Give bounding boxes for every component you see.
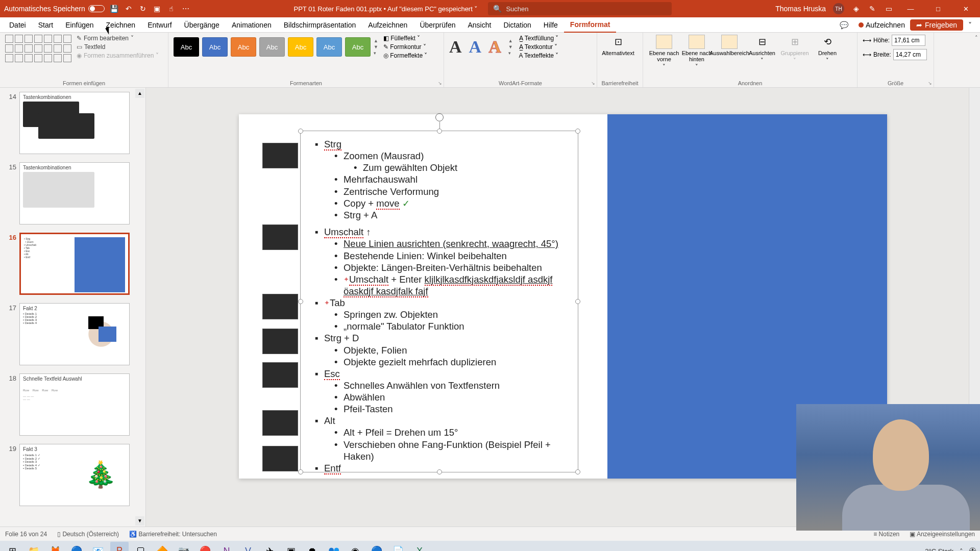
present-icon[interactable]: ▣ (153, 4, 162, 13)
record-button[interactable]: Aufzeichnen (853, 18, 910, 32)
resize-handle[interactable] (437, 129, 442, 134)
share-dropdown[interactable]: ˅ (963, 18, 977, 32)
rotate-handle[interactable] (435, 113, 444, 121)
share-button[interactable]: ➦Freigeben (910, 19, 963, 31)
display-settings-button[interactable]: ▣ Anzeigeeinstellungen (910, 531, 975, 538)
explorer-icon[interactable]: 📁 (24, 542, 43, 551)
language-button[interactable]: ▯ Deutsch (Österreich) (57, 531, 119, 538)
shape-outline-button[interactable]: ✎ Formkontur ˅ (383, 43, 428, 51)
vlc-icon[interactable]: 🔶 (153, 542, 172, 551)
tab-uebergaenge[interactable]: Übergänge (178, 17, 226, 33)
slide-counter[interactable]: Folie 16 von 24 (5, 531, 47, 538)
text-effects-button[interactable]: A Texteffekte ˅ (519, 52, 559, 59)
resize-handle[interactable] (298, 129, 303, 134)
style-orange[interactable]: Abc (231, 37, 256, 57)
style-yellow[interactable]: Abc (288, 37, 313, 57)
alt-text-button[interactable]: ⊡ Alternativtext (602, 35, 634, 56)
rotate-button[interactable]: ⟲Drehen˅ (812, 35, 843, 70)
maximize-button[interactable]: □ (928, 0, 948, 17)
send-backward-button[interactable]: Ebene nach hinten˅ (681, 35, 713, 70)
key-image-ctrl[interactable] (262, 143, 298, 168)
selected-textbox[interactable]: Strg Zoomen (Mausrad) Zum gewählten Obje… (300, 131, 578, 472)
minimize-button[interactable]: — (900, 0, 921, 17)
key-image-shift[interactable] (262, 224, 298, 250)
app-icon[interactable]: ◉ (346, 542, 364, 551)
thumbnail-slide-14[interactable]: 14Tastenkombinationen (0, 90, 145, 160)
document-title[interactable]: PPT 01 Roter Faden 001.pptx • Auf "diese… (294, 5, 478, 13)
shapes-gallery[interactable] (5, 35, 71, 62)
touch-icon[interactable]: ☝︎ (167, 4, 176, 13)
tab-hilfe[interactable]: Hilfe (537, 17, 564, 33)
app-icon[interactable]: 🔴 (196, 542, 214, 551)
user-avatar[interactable]: TH (833, 3, 844, 14)
expand-icon[interactable]: ↘ (928, 81, 932, 86)
tab-aufzeichnen[interactable]: Aufzeichnen (362, 17, 413, 33)
tab-ueberpruefen[interactable]: Überprüfen (413, 17, 461, 33)
app-icon[interactable]: 👥 (325, 542, 343, 551)
redo-icon[interactable]: ↻ (138, 4, 148, 13)
notes-button[interactable]: ≡ Notizen (873, 531, 899, 538)
thumbnail-slide-15[interactable]: 15Tastenkombinationen (0, 160, 145, 231)
save-icon[interactable]: 💾 (110, 4, 119, 13)
telegram-icon[interactable]: ✈ (260, 542, 279, 551)
resize-handle[interactable] (575, 299, 580, 304)
bring-forward-button[interactable]: Ebene nach vorne˅ (648, 35, 680, 70)
thumbnail-slide-18[interactable]: 18Schnelle Textfeld AuswahlRow Row Row R… (0, 371, 145, 442)
tab-entwurf[interactable]: Entwurf (141, 17, 178, 33)
user-name[interactable]: Thomas Hruska (775, 5, 826, 13)
system-tray[interactable]: ☁ 2°C Stark ˄ 🕀 (917, 547, 976, 552)
key-image-entf[interactable] (262, 446, 298, 471)
autosave-toggle[interactable]: Automatisches Speichern (4, 5, 105, 13)
qat-more-icon[interactable]: ⋯ (181, 4, 190, 13)
style-blue[interactable]: Abc (202, 37, 228, 57)
width-input[interactable] (893, 49, 927, 60)
app-icon[interactable]: 🔵 (368, 542, 386, 551)
scroll-up-icon[interactable]: ▲ (135, 89, 144, 98)
selection-pane-button[interactable]: Auswahlbereich (714, 35, 745, 70)
thumbnail-slide-17[interactable]: 17Fakt 2• Details 1• Details 2• Details … (0, 301, 145, 371)
app-icon[interactable]: 📷 (175, 542, 193, 551)
wordart-gallery[interactable]: A A A ▲▼▾ (449, 37, 513, 57)
thumbnail-slide-19[interactable]: 19Fakt 3• Details 1 ✓• Details 2 ✓• Deta… (0, 442, 145, 512)
onenote-icon[interactable]: N (217, 542, 236, 551)
visio-icon[interactable]: V (239, 542, 257, 551)
align-button[interactable]: ⊟Ausrichten˅ (746, 35, 778, 70)
style-lightblue[interactable]: Abc (316, 37, 342, 57)
tab-ansicht[interactable]: Ansicht (461, 17, 497, 33)
resize-handle[interactable] (575, 469, 580, 474)
undo-icon[interactable]: ↶ (124, 4, 133, 13)
app-icon[interactable]: 🗨 (132, 542, 150, 551)
app-icon[interactable]: ▣ (282, 542, 300, 551)
search-box[interactable]: 🔍 (488, 2, 672, 15)
edit-shape-button[interactable]: ✎ Form bearbeiten ˅ (77, 35, 159, 42)
accessibility-button[interactable]: ♿ Barrierefreiheit: Untersuchen (129, 531, 217, 538)
gallery-scroll[interactable]: ▲▼▾ (374, 38, 378, 56)
pen-icon[interactable]: ✎ (868, 4, 877, 13)
outlook-icon[interactable]: 📧 (89, 542, 107, 551)
comments-icon[interactable]: 💬 (835, 18, 853, 32)
style-green[interactable]: Abc (345, 37, 371, 57)
powerpoint-icon[interactable]: P (110, 542, 129, 551)
style-black[interactable]: Abc (174, 37, 199, 57)
fill-effect-button[interactable]: ◧ Fülleffekt ˅ (383, 35, 428, 42)
tab-einfuegen[interactable]: Einfügen (59, 17, 100, 33)
tray-chevron-icon[interactable]: ˄ (960, 547, 963, 552)
collapse-ribbon-icon[interactable]: ˄ (975, 35, 978, 41)
search-input[interactable] (506, 5, 667, 13)
chrome-icon[interactable]: 🔵 (67, 542, 86, 551)
text-outline-button[interactable]: A̲ Textkontur ˅ (519, 43, 559, 51)
scroll-down-icon[interactable]: ▼ (135, 516, 144, 525)
style-gray[interactable]: Abc (259, 37, 285, 57)
key-image-keys[interactable] (262, 329, 298, 354)
expand-icon[interactable]: ↘ (591, 81, 595, 86)
text-fill-button[interactable]: A̲ Textfüllung ˅ (519, 35, 559, 42)
textbox-content[interactable]: Strg Zoomen (Mausrad) Zum gewählten Obje… (301, 131, 578, 481)
diamond-icon[interactable]: ◈ (851, 4, 861, 13)
shape-styles-gallery[interactable]: Abc Abc Abc Abc Abc Abc Abc ▲▼▾ (174, 37, 378, 57)
ribbon-options-icon[interactable]: ▭ (884, 4, 893, 13)
app-icon[interactable]: 📄 (389, 542, 407, 551)
tab-praesentation[interactable]: Bildschirmpräsentation (278, 17, 362, 33)
key-image-alt[interactable] (262, 410, 298, 436)
thumbnail-slide-16[interactable]: 16• Strg • Zoom• Umschalt• Tab• Esc• Alt… (0, 231, 145, 301)
close-button[interactable]: ✕ (955, 0, 976, 17)
